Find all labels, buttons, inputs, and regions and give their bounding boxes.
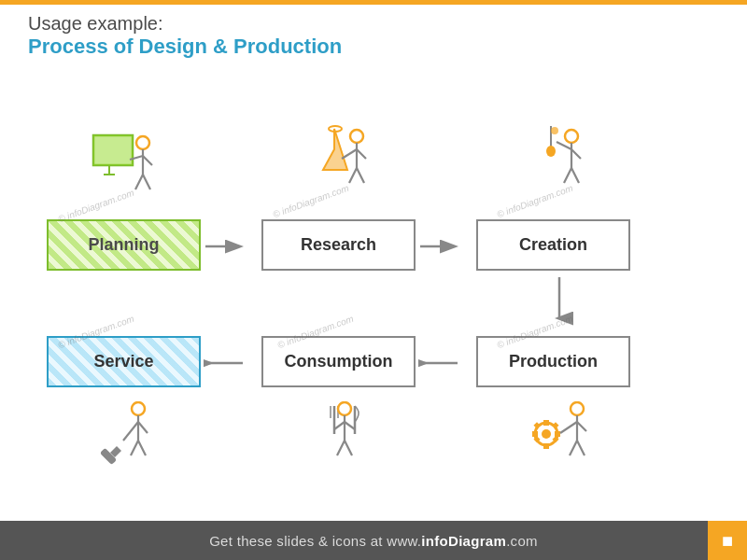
svg-line-43: [345, 422, 355, 429]
figure-consumption: [308, 401, 383, 489]
figure-research: [308, 121, 374, 209]
creation-label: Creation: [519, 235, 587, 255]
box-service: Service: [47, 336, 201, 387]
figure-planning: [89, 126, 163, 214]
svg-line-9: [143, 156, 152, 165]
box-planning: Planning: [47, 219, 201, 271]
svg-line-59: [577, 422, 586, 431]
title-line1: Usage example:: [28, 13, 342, 35]
footer-brand: infoDiagram: [421, 533, 506, 549]
title-line2: Process of Design & Production: [28, 35, 342, 59]
footer-logo-icon: ■: [722, 530, 733, 552]
figure-service: [93, 401, 159, 489]
svg-rect-51: [552, 422, 558, 428]
svg-line-31: [123, 422, 138, 441]
svg-line-58: [560, 422, 577, 433]
consumption-label: Consumption: [285, 352, 393, 371]
svg-rect-50: [533, 422, 540, 428]
svg-line-7: [143, 175, 150, 189]
svg-line-15: [342, 149, 357, 159]
svg-point-27: [132, 402, 145, 415]
research-label: Research: [301, 235, 376, 255]
svg-point-11: [350, 130, 363, 143]
svg-point-19: [551, 127, 558, 134]
arrow-production-consumption: [418, 349, 460, 377]
svg-rect-46: [543, 420, 549, 426]
svg-line-14: [357, 168, 364, 183]
svg-rect-49: [555, 431, 560, 437]
svg-line-40: [337, 441, 345, 455]
box-creation: Creation: [476, 219, 630, 271]
arrow-research-creation: [418, 232, 460, 260]
svg-rect-47: [543, 443, 549, 449]
svg-point-4: [136, 136, 149, 149]
figure-production: [523, 401, 598, 489]
svg-rect-48: [532, 431, 538, 437]
svg-line-22: [564, 168, 571, 183]
svg-point-38: [338, 402, 351, 415]
svg-line-13: [349, 168, 357, 183]
svg-line-41: [345, 441, 352, 455]
top-bar: [0, 0, 747, 5]
svg-line-23: [571, 168, 579, 183]
footer-icon-box: ■: [708, 521, 747, 560]
box-research: Research: [261, 219, 416, 271]
figure-creation: [523, 121, 588, 209]
box-production: Production: [476, 336, 630, 387]
box-consumption: Consumption: [261, 336, 416, 387]
svg-line-42: [334, 422, 345, 429]
arrow-planning-research: [204, 232, 246, 260]
svg-point-18: [546, 146, 556, 157]
svg-line-25: [571, 149, 581, 159]
svg-point-20: [565, 130, 578, 143]
svg-rect-1: [93, 135, 133, 165]
svg-line-56: [570, 441, 577, 455]
svg-line-16: [357, 149, 366, 159]
svg-point-54: [571, 402, 584, 415]
arrow-creation-production: [545, 275, 573, 327]
arrow-consumption-service: [204, 349, 246, 377]
footer: Get these slides & icons at www.infoDiag…: [0, 521, 747, 560]
title-area: Usage example: Process of Design & Produ…: [28, 13, 342, 59]
production-label: Production: [509, 352, 598, 371]
planning-label: Planning: [89, 235, 160, 255]
service-label: Service: [93, 352, 153, 371]
svg-line-57: [577, 441, 585, 455]
svg-point-45: [542, 429, 551, 439]
svg-line-29: [131, 441, 138, 455]
svg-line-30: [138, 441, 146, 455]
svg-line-32: [138, 422, 148, 433]
svg-line-6: [135, 175, 143, 189]
footer-text: Get these slides & icons at www.infoDiag…: [209, 533, 538, 549]
